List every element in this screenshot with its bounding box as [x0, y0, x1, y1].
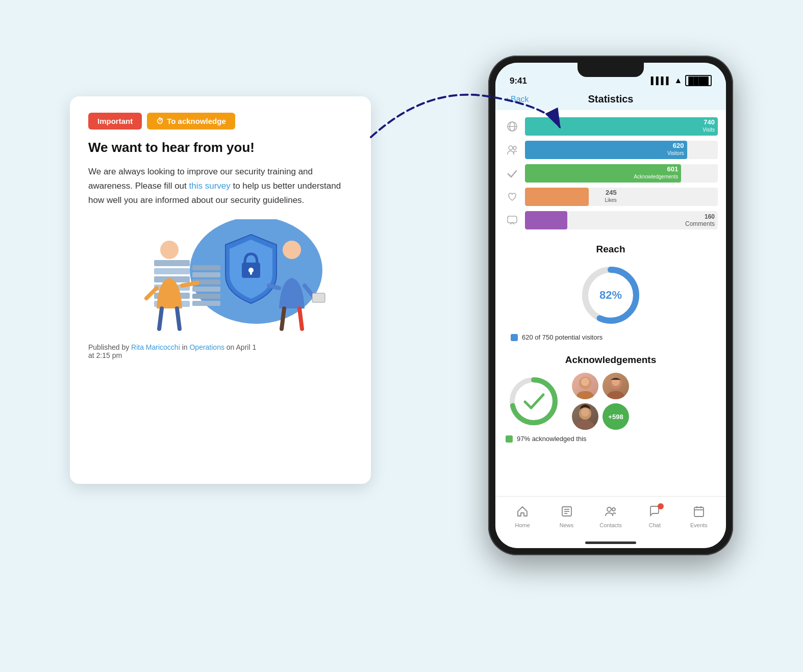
ack-content: +598 [506, 373, 716, 430]
svg-point-45 [581, 408, 589, 417]
comments-bar [525, 211, 567, 229]
nav-events-label: Events [690, 522, 708, 528]
illustration-svg [113, 219, 328, 331]
stat-row-visits: 740Visits [504, 117, 718, 136]
back-label: Back [511, 95, 529, 104]
ack-avatars: +598 [572, 373, 629, 430]
acknowledge-tag[interactable]: ⏱ To acknowledge [147, 113, 235, 130]
svg-point-40 [581, 378, 589, 386]
status-time: 9:41 [510, 76, 527, 86]
home-bar [585, 541, 636, 544]
svg-line-22 [269, 286, 279, 288]
svg-text:82%: 82% [599, 289, 622, 301]
stat-row-ack: 601Acknowledgements [504, 164, 718, 183]
visitors-icon [504, 141, 521, 159]
reach-section: Reach 82% 620 of 750 potential visitors [495, 239, 726, 349]
phone-notch [578, 63, 644, 77]
contacts-icon [605, 505, 617, 521]
svg-line-25 [299, 308, 302, 329]
phone-wrapper: 9:41 ▌▌▌▌ ▲ ████ ‹ Back Statistics [488, 56, 733, 555]
svg-rect-15 [192, 301, 220, 306]
ack-bar: 601Acknowledgements [525, 164, 681, 183]
visits-label: 740Visits [702, 118, 715, 133]
ack-icon [504, 165, 521, 182]
category-link[interactable]: Operations [189, 343, 224, 351]
bottom-nav: Home News [495, 496, 726, 537]
svg-point-31 [509, 146, 513, 150]
survey-link[interactable]: this survey [189, 181, 231, 191]
svg-line-20 [177, 308, 180, 329]
nav-contacts[interactable]: Contacts [595, 505, 626, 528]
svg-point-43 [575, 420, 595, 430]
ack-label: 601Acknowledgements [634, 165, 678, 180]
visitors-bar-container: 620Visitors [525, 141, 718, 159]
events-icon [693, 505, 705, 521]
phone-content[interactable]: 740Visits [495, 110, 726, 496]
wifi-icon: ▲ [674, 76, 682, 85]
status-icons: ▌▌▌▌ ▲ ████ [651, 75, 712, 86]
footer-date: on April 1 [224, 343, 256, 351]
article-title: We want to hear from you! [88, 140, 353, 156]
ack-section: Acknowledgements [495, 349, 726, 451]
nav-chat[interactable]: Chat [639, 505, 670, 528]
svg-rect-52 [694, 507, 704, 516]
article-body: We are always looking to improve our sec… [88, 165, 353, 208]
stat-row-comments: 160Comments [504, 211, 718, 229]
author-link[interactable]: Rita Maricocchi [131, 343, 180, 351]
ack-bar-container: 601Acknowledgements [525, 164, 718, 183]
signal-icon: ▌▌▌▌ [651, 76, 671, 85]
footer-text: Published by [88, 343, 131, 351]
back-button[interactable]: ‹ Back [506, 94, 529, 105]
ack-donut-svg [506, 373, 562, 429]
reach-donut-container: 82% [506, 262, 716, 328]
chat-badge [658, 503, 664, 509]
ack-legend-dot [506, 435, 513, 443]
nav-events[interactable]: Events [684, 505, 714, 528]
back-chevron: ‹ [506, 94, 509, 105]
nav-news[interactable]: News [551, 505, 582, 528]
likes-bar-container: 245Likes [525, 188, 718, 206]
article-illustration [88, 217, 353, 334]
stats-section: 740Visits [495, 110, 726, 239]
svg-rect-14 [192, 294, 220, 299]
nav-home[interactable]: Home [507, 505, 538, 528]
nav-contacts-label: Contacts [599, 522, 621, 528]
comments-bar-container: 160Comments [525, 211, 718, 229]
home-icon [516, 505, 529, 521]
article-card: Important ⏱ To acknowledge We want to he… [70, 96, 371, 484]
avatar-more: +598 [603, 403, 629, 430]
nav-news-label: News [560, 522, 574, 528]
phone-screen: 9:41 ▌▌▌▌ ▲ ████ ‹ Back Statistics [495, 63, 726, 548]
svg-rect-4 [154, 260, 190, 266]
comments-label: 160Comments [685, 213, 715, 228]
svg-rect-26 [312, 293, 325, 302]
article-footer: Published by Rita Maricocchi in Operatio… [88, 343, 353, 359]
svg-rect-5 [154, 268, 190, 274]
important-tag[interactable]: Important [88, 113, 142, 130]
phone-frame: 9:41 ▌▌▌▌ ▲ ████ ‹ Back Statistics [488, 56, 733, 555]
likes-icon [504, 188, 521, 205]
svg-rect-3 [250, 270, 252, 275]
svg-point-50 [607, 507, 611, 511]
scene: Important ⏱ To acknowledge We want to he… [70, 56, 733, 616]
avatar-1 [572, 373, 598, 399]
stat-row-visitors: 620Visitors [504, 141, 718, 159]
acknowledge-label: To acknowledge [167, 117, 226, 125]
svg-point-51 [612, 508, 615, 511]
svg-rect-10 [192, 265, 220, 270]
home-indicator [495, 537, 726, 548]
svg-line-24 [282, 308, 284, 329]
svg-rect-13 [192, 287, 220, 292]
footer-in: in [180, 343, 190, 351]
visits-bar-container: 740Visits [525, 117, 718, 136]
svg-rect-11 [192, 272, 220, 277]
news-icon [561, 505, 573, 521]
likes-bar: 245Likes [525, 188, 589, 206]
reach-legend-dot [511, 334, 518, 341]
reach-legend-text: 620 of 750 potential visitors [522, 333, 603, 341]
chat-icon [648, 505, 661, 521]
battery-icon: ████ [685, 75, 712, 86]
header-title: Statistics [588, 93, 634, 105]
svg-point-16 [160, 241, 179, 259]
avatar-2 [603, 373, 629, 399]
